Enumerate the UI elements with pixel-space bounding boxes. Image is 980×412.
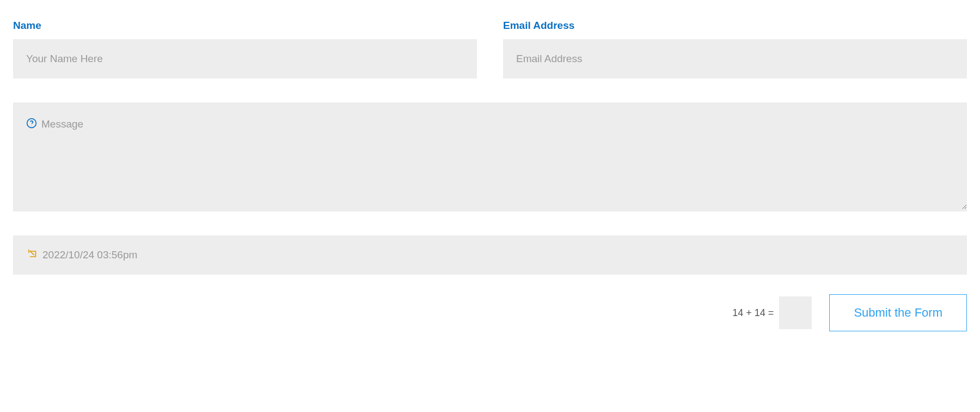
datetime-icon bbox=[26, 249, 42, 262]
email-field-col: Email Address bbox=[503, 20, 967, 78]
name-email-row: Name Email Address bbox=[13, 20, 967, 78]
datetime-value: 2022/10/24 03:56pm bbox=[42, 249, 137, 261]
message-input[interactable] bbox=[13, 102, 967, 209]
email-input[interactable] bbox=[503, 39, 967, 78]
message-wrap: Message bbox=[13, 102, 967, 211]
captcha-input[interactable] bbox=[779, 296, 812, 329]
captcha-question: 14 + 14 = bbox=[732, 307, 774, 319]
name-field-col: Name bbox=[13, 20, 477, 78]
datetime-input[interactable]: 2022/10/24 03:56pm bbox=[13, 235, 967, 275]
footer-row: 14 + 14 = Submit the Form bbox=[13, 294, 967, 331]
captcha-group: 14 + 14 = bbox=[732, 296, 812, 329]
name-label: Name bbox=[13, 20, 477, 32]
submit-button[interactable]: Submit the Form bbox=[829, 294, 967, 331]
email-label: Email Address bbox=[503, 20, 967, 32]
svg-line-3 bbox=[30, 251, 34, 255]
name-input[interactable] bbox=[13, 39, 477, 78]
